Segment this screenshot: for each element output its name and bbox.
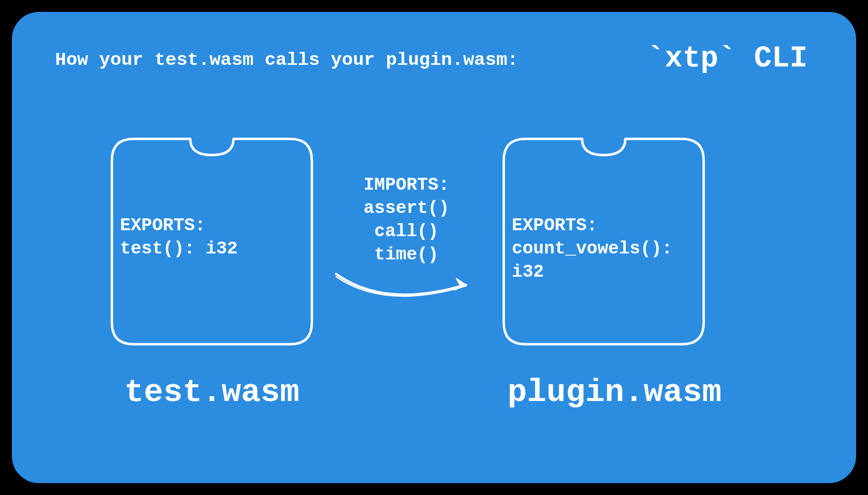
test-wasm-module: EXPORTS: test(): i32 bbox=[101, 128, 323, 355]
plugin-wasm-module: EXPORTS: count_vowels(): i32 bbox=[493, 128, 715, 355]
header-text: How your test.wasm calls your plugin.was… bbox=[55, 50, 518, 70]
exports-function: count_vowels(): i32 bbox=[512, 238, 715, 284]
imports-fn-call: call() bbox=[336, 220, 477, 244]
cli-label: `xtp` CLI bbox=[647, 42, 807, 76]
plugin-wasm-label: plugin.wasm bbox=[493, 374, 736, 411]
plugin-wasm-exports: EXPORTS: count_vowels(): i32 bbox=[512, 215, 715, 284]
test-wasm-exports: EXPORTS: test(): i32 bbox=[120, 215, 238, 261]
exports-label: EXPORTS: bbox=[120, 215, 238, 238]
imports-fn-assert: assert() bbox=[336, 197, 477, 220]
diagram-canvas: How your test.wasm calls your plugin.was… bbox=[12, 12, 856, 483]
imports-label: IMPORTS: bbox=[336, 174, 477, 197]
exports-label: EXPORTS: bbox=[512, 215, 715, 238]
imports-block: IMPORTS: assert() call() time() bbox=[336, 174, 477, 267]
test-wasm-label: test.wasm bbox=[101, 374, 323, 411]
arrow-icon bbox=[331, 260, 482, 309]
exports-function: test(): i32 bbox=[120, 238, 238, 261]
